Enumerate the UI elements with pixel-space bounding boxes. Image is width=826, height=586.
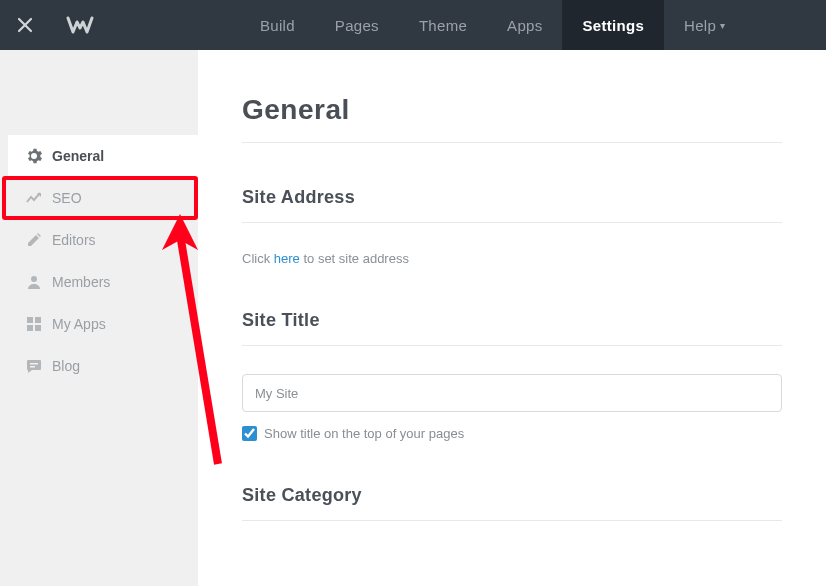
section-heading: Site Category: [242, 485, 782, 521]
tab-settings[interactable]: Settings: [562, 0, 664, 50]
sidebar-item-label: SEO: [52, 190, 82, 206]
side-gutter: [0, 50, 8, 586]
tab-help[interactable]: Help▾: [664, 0, 745, 50]
set-address-link[interactable]: here: [274, 251, 300, 266]
tab-label: Help: [684, 17, 716, 34]
tab-label: Theme: [419, 17, 467, 34]
gear-icon: [26, 148, 52, 164]
tab-build[interactable]: Build: [240, 0, 315, 50]
sidebar-item-label: My Apps: [52, 316, 106, 332]
nav-tabs: Build Pages Theme Apps Settings Help▾: [240, 0, 745, 50]
page-title: General: [242, 94, 782, 143]
tab-label: Apps: [507, 17, 542, 34]
svg-rect-1: [27, 317, 33, 323]
sidebar-item-label: Blog: [52, 358, 80, 374]
sidebar: General SEO Editors Members My Apps: [8, 50, 198, 586]
trend-icon: [26, 190, 52, 206]
sidebar-item-label: General: [52, 148, 104, 164]
sidebar-item-general[interactable]: General: [8, 135, 198, 177]
sidebar-item-label: Editors: [52, 232, 96, 248]
svg-point-0: [31, 276, 37, 282]
close-button[interactable]: [0, 0, 50, 50]
tab-label: Pages: [335, 17, 379, 34]
content-area: General Site Address Click here to set s…: [198, 50, 826, 586]
checkbox-label: Show title on the top of your pages: [264, 426, 464, 441]
section-site-category: Site Category: [242, 485, 782, 521]
user-icon: [26, 274, 52, 290]
apps-icon: [26, 316, 52, 332]
chat-icon: [26, 358, 52, 374]
site-title-input[interactable]: [242, 374, 782, 412]
pencil-icon: [26, 232, 52, 248]
sidebar-item-editors[interactable]: Editors: [8, 219, 198, 261]
hint-text: Click: [242, 251, 274, 266]
section-site-title: Site Title Show title on the top of your…: [242, 310, 782, 441]
top-bar: Build Pages Theme Apps Settings Help▾: [0, 0, 826, 50]
close-icon: [17, 17, 33, 33]
tab-theme[interactable]: Theme: [399, 0, 487, 50]
sidebar-item-myapps[interactable]: My Apps: [8, 303, 198, 345]
svg-rect-4: [35, 325, 41, 331]
sidebar-item-seo[interactable]: SEO: [8, 177, 198, 219]
logo-icon: [66, 15, 94, 35]
chevron-down-icon: ▾: [720, 20, 725, 31]
show-title-checkbox[interactable]: [242, 426, 257, 441]
weebly-logo: [50, 15, 110, 35]
svg-rect-5: [30, 363, 38, 365]
svg-rect-6: [30, 366, 35, 368]
tab-apps[interactable]: Apps: [487, 0, 562, 50]
sidebar-item-label: Members: [52, 274, 110, 290]
tab-pages[interactable]: Pages: [315, 0, 399, 50]
tab-label: Build: [260, 17, 295, 34]
section-heading: Site Address: [242, 187, 782, 223]
main-area: General SEO Editors Members My Apps: [0, 50, 826, 586]
address-hint: Click here to set site address: [242, 251, 782, 266]
tab-label: Settings: [582, 17, 644, 34]
hint-text: to set site address: [300, 251, 409, 266]
show-title-checkbox-row[interactable]: Show title on the top of your pages: [242, 426, 782, 441]
sidebar-item-members[interactable]: Members: [8, 261, 198, 303]
section-heading: Site Title: [242, 310, 782, 346]
section-site-address: Site Address Click here to set site addr…: [242, 187, 782, 266]
svg-rect-2: [35, 317, 41, 323]
sidebar-item-blog[interactable]: Blog: [8, 345, 198, 387]
svg-rect-3: [27, 325, 33, 331]
